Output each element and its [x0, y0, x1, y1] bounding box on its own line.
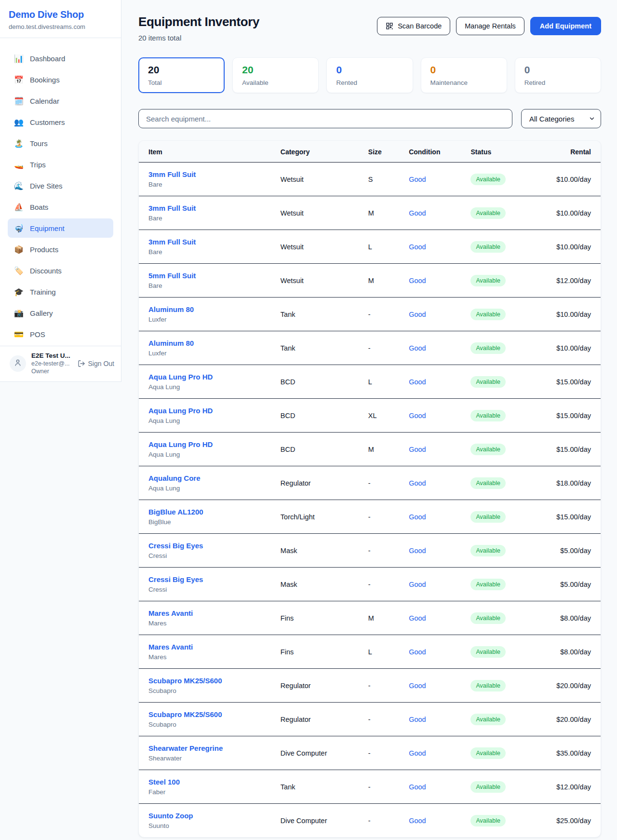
status-badge: Available: [470, 646, 506, 658]
category-cell: Fins: [273, 635, 361, 669]
table-row: Scubapro MK25/S600 Scubapro Regulator - …: [139, 669, 601, 703]
item-name-link[interactable]: Suunto Zoop: [148, 812, 265, 820]
item-cell: Mares Avanti Mares: [139, 601, 273, 635]
item-cell: Cressi Big Eyes Cressi: [139, 534, 273, 568]
stat-card-retired[interactable]: 0 Retired: [515, 57, 601, 93]
condition-link[interactable]: Good: [409, 547, 426, 555]
item-name-link[interactable]: Aqua Lung Pro HD: [148, 440, 265, 448]
table-row: Aqua Lung Pro HD Aqua Lung BCD L Good Av…: [139, 365, 601, 399]
size-cell: M: [361, 196, 401, 230]
sign-out-button[interactable]: Sign Out: [78, 360, 114, 367]
status-cell: Available: [463, 736, 523, 770]
item-name-link[interactable]: 3mm Full Suit: [148, 238, 265, 246]
condition-link[interactable]: Good: [409, 243, 426, 251]
item-name-link[interactable]: Mares Avanti: [148, 643, 265, 651]
size-cell: -: [361, 804, 401, 838]
rental-cell: $15.00/day: [524, 433, 601, 466]
item-name-link[interactable]: BigBlue AL1200: [148, 508, 265, 516]
condition-link[interactable]: Good: [409, 749, 426, 757]
size-cell: -: [361, 669, 401, 703]
category-select[interactable]: All Categories: [521, 109, 601, 128]
condition-link[interactable]: Good: [409, 648, 426, 656]
size-cell: -: [361, 500, 401, 534]
sidebar-item-boats[interactable]: ⛵ Boats: [8, 197, 113, 217]
item-name-link[interactable]: Aqua Lung Pro HD: [148, 406, 265, 415]
manage-rentals-button[interactable]: Manage Rentals: [456, 17, 524, 35]
rental-cell: $35.00/day: [524, 736, 601, 770]
condition-link[interactable]: Good: [409, 817, 426, 825]
scan-barcode-button[interactable]: Scan Barcode: [377, 17, 450, 35]
sidebar-item-discounts[interactable]: 🏷️ Discounts: [8, 261, 113, 280]
item-name-link[interactable]: Scubapro MK25/S600: [148, 710, 265, 718]
sidebar-item-customers[interactable]: 👥 Customers: [8, 112, 113, 132]
condition-link[interactable]: Good: [409, 513, 426, 521]
item-cell: BigBlue AL1200 BigBlue: [139, 500, 273, 534]
status-cell: Available: [463, 635, 523, 669]
item-name-link[interactable]: Aqualung Core: [148, 474, 265, 482]
sidebar-item-training[interactable]: 🎓 Training: [8, 282, 113, 301]
item-name-link[interactable]: Cressi Big Eyes: [148, 575, 265, 583]
sidebar-item-tours[interactable]: 🏝️ Tours: [8, 134, 113, 153]
sidebar-item-dive-sites[interactable]: 🌊 Dive Sites: [8, 176, 113, 195]
add-equipment-button[interactable]: Add Equipment: [530, 17, 601, 35]
condition-link[interactable]: Good: [409, 378, 426, 386]
sidebar-item-dashboard[interactable]: 📊 Dashboard: [8, 49, 113, 68]
item-name-link[interactable]: 3mm Full Suit: [148, 170, 265, 178]
item-brand: Suunto: [148, 822, 169, 829]
stat-card-maintenance[interactable]: 0 Maintenance: [421, 57, 507, 93]
condition-link[interactable]: Good: [409, 783, 426, 791]
table-row: Steel 100 Faber Tank - Good Available $1…: [139, 770, 601, 804]
item-brand: Shearwater: [148, 755, 182, 762]
condition-cell: Good: [401, 534, 463, 568]
sidebar-item-pos[interactable]: 💳 POS: [8, 325, 113, 344]
item-name-link[interactable]: Aluminum 80: [148, 339, 265, 347]
category-cell: Dive Computer: [273, 804, 361, 838]
table-row: Mares Avanti Mares Fins M Good Available…: [139, 601, 601, 635]
item-name-link[interactable]: Shearwater Peregrine: [148, 744, 265, 752]
condition-link[interactable]: Good: [409, 581, 426, 588]
sidebar-item-equipment[interactable]: 🤿 Equipment: [8, 218, 113, 238]
condition-link[interactable]: Good: [409, 412, 426, 420]
condition-link[interactable]: Good: [409, 176, 426, 183]
item-name-link[interactable]: Steel 100: [148, 778, 265, 786]
item-name-link[interactable]: Aluminum 80: [148, 305, 265, 313]
item-brand: Mares: [148, 653, 167, 661]
sidebar-item-calendar[interactable]: 🗓️ Calendar: [8, 91, 113, 110]
condition-cell: Good: [401, 365, 463, 399]
column-header-item: Item: [139, 141, 273, 163]
condition-link[interactable]: Good: [409, 614, 426, 622]
item-name-link[interactable]: Aqua Lung Pro HD: [148, 373, 265, 381]
condition-link[interactable]: Good: [409, 479, 426, 487]
item-cell: Suunto Zoop Suunto: [139, 804, 273, 838]
table-row: Aqua Lung Pro HD Aqua Lung BCD XL Good A…: [139, 399, 601, 433]
condition-link[interactable]: Good: [409, 446, 426, 453]
status-cell: Available: [463, 601, 523, 635]
sign-out-icon: [78, 360, 85, 367]
stat-card-rented[interactable]: 0 Rented: [326, 57, 413, 93]
condition-link[interactable]: Good: [409, 277, 426, 285]
search-input[interactable]: [138, 109, 512, 128]
condition-link[interactable]: Good: [409, 209, 426, 217]
sidebar-item-products[interactable]: 📦 Products: [8, 240, 113, 259]
sidebar: Demo Dive Shop demo.test.divestreams.com…: [0, 0, 121, 382]
condition-link[interactable]: Good: [409, 344, 426, 352]
condition-link[interactable]: Good: [409, 311, 426, 318]
condition-link[interactable]: Good: [409, 682, 426, 690]
sidebar-item-bookings[interactable]: 📅 Bookings: [8, 70, 113, 89]
item-name-link[interactable]: Mares Avanti: [148, 609, 265, 617]
item-name-link[interactable]: Cressi Big Eyes: [148, 542, 265, 550]
condition-link[interactable]: Good: [409, 716, 426, 723]
sidebar-item-gallery[interactable]: 📸 Gallery: [8, 303, 113, 323]
stat-card-available[interactable]: 20 Available: [232, 57, 319, 93]
items-count: 20 items total: [138, 34, 259, 42]
table-row: 3mm Full Suit Bare Wetsuit L Good Availa…: [139, 230, 601, 264]
item-name-link[interactable]: 3mm Full Suit: [148, 204, 265, 212]
add-equipment-label: Add Equipment: [540, 22, 591, 30]
page-title: Equipment Inventory: [138, 14, 259, 29]
sidebar-item-trips[interactable]: 🚤 Trips: [8, 155, 113, 174]
item-name-link[interactable]: 5mm Full Suit: [148, 271, 265, 280]
category-cell: Tank: [273, 331, 361, 365]
table-row: Shearwater Peregrine Shearwater Dive Com…: [139, 736, 601, 770]
stat-card-total[interactable]: 20 Total: [138, 57, 225, 93]
item-name-link[interactable]: Scubapro MK25/S600: [148, 677, 265, 685]
